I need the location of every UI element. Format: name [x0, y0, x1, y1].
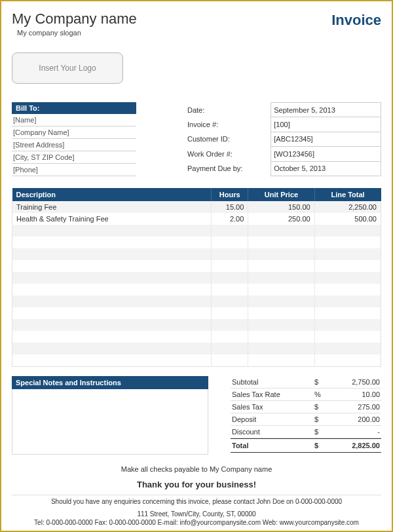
- table-row[interactable]: Training Fee15.00150.002,250.00: [12, 201, 381, 213]
- cell-hours[interactable]: [212, 343, 248, 354]
- col-unit-price: Unit Price: [248, 188, 314, 201]
- cell-hours[interactable]: [212, 331, 248, 343]
- cell-hours[interactable]: [212, 237, 248, 248]
- cell-description[interactable]: [12, 343, 212, 354]
- meta-label-workorder: Work Order #:: [185, 147, 271, 161]
- cell-line-total[interactable]: [314, 307, 381, 319]
- totals-row: Discount$-: [231, 426, 381, 438]
- cell-line-total[interactable]: 500.00: [314, 213, 381, 225]
- table-row[interactable]: [12, 319, 381, 331]
- cell-line-total[interactable]: [314, 237, 381, 248]
- meta-value-workorder[interactable]: [WO123456]: [271, 147, 381, 161]
- cell-hours[interactable]: [212, 307, 248, 319]
- cell-description[interactable]: [12, 284, 212, 295]
- table-row[interactable]: [12, 307, 381, 319]
- cell-description[interactable]: [12, 237, 212, 248]
- cell-hours[interactable]: [212, 272, 248, 284]
- cell-unit-price[interactable]: [248, 237, 314, 248]
- table-row[interactable]: [12, 237, 381, 248]
- cell-description[interactable]: [12, 225, 212, 237]
- payable-line: Make all checks payable to My Company na…: [12, 465, 381, 473]
- cell-unit-price[interactable]: [248, 284, 314, 295]
- grand-total-symbol: $: [314, 442, 328, 449]
- meta-value-customer[interactable]: [ABC12345]: [271, 132, 381, 146]
- cell-description[interactable]: [12, 295, 212, 307]
- bill-to-header: Bill To:: [12, 102, 136, 114]
- cell-line-total[interactable]: [314, 225, 381, 237]
- bill-to-name[interactable]: [Name]: [12, 114, 136, 126]
- table-row[interactable]: [12, 248, 381, 260]
- table-row[interactable]: Health & Safety Training Fee2.00250.0050…: [12, 213, 381, 225]
- bill-to-company[interactable]: [Company Name]: [12, 126, 136, 139]
- cell-hours[interactable]: 15.00: [212, 201, 248, 213]
- meta-value-due[interactable]: October 5, 2013: [271, 161, 381, 176]
- cell-line-total[interactable]: [314, 319, 381, 331]
- cell-line-total[interactable]: [314, 295, 381, 307]
- table-row[interactable]: [12, 295, 381, 307]
- notes-block: Special Notes and Instructions: [12, 376, 208, 455]
- cell-description[interactable]: Training Fee: [12, 201, 212, 213]
- cell-description[interactable]: Health & Safety Training Fee: [12, 213, 212, 225]
- totals-symbol: $: [314, 415, 328, 423]
- cell-unit-price[interactable]: [248, 307, 314, 319]
- cell-unit-price[interactable]: [248, 272, 314, 284]
- table-row[interactable]: [12, 343, 381, 354]
- grand-total-value: 2,825.00: [328, 442, 380, 449]
- cell-unit-price[interactable]: 250.00: [248, 213, 314, 225]
- cell-unit-price[interactable]: [248, 225, 314, 237]
- cell-description[interactable]: [12, 319, 212, 331]
- table-row[interactable]: [12, 284, 381, 295]
- cell-description[interactable]: [12, 248, 212, 260]
- cell-description[interactable]: [12, 331, 212, 343]
- cell-unit-price[interactable]: [248, 260, 314, 272]
- meta-value-date[interactable]: September 5, 2013: [271, 103, 381, 117]
- grand-total-row: Total $ 2,825.00: [231, 438, 381, 453]
- company-name: My Company name: [12, 10, 381, 28]
- header: My Company name My company slogan Invoic…: [12, 10, 381, 43]
- table-row[interactable]: [12, 225, 381, 237]
- cell-unit-price[interactable]: [248, 319, 314, 331]
- contact-address: 111 Street, Town/City, County, ST, 00000: [12, 510, 381, 518]
- bill-to-street[interactable]: [Street Address]: [12, 139, 136, 151]
- cell-hours[interactable]: 2.00: [212, 213, 248, 225]
- cell-line-total[interactable]: [314, 272, 381, 284]
- bill-to-city[interactable]: [City, ST ZIP Code]: [12, 151, 136, 164]
- cell-unit-price[interactable]: [248, 295, 314, 307]
- cell-line-total[interactable]: [314, 331, 381, 343]
- table-row[interactable]: [12, 260, 381, 272]
- company-slogan: My company slogan: [17, 29, 381, 37]
- col-line-total: Line Total: [314, 188, 381, 201]
- cell-line-total[interactable]: [314, 260, 381, 272]
- table-row[interactable]: [12, 354, 381, 366]
- cell-line-total[interactable]: [314, 248, 381, 260]
- cell-line-total[interactable]: 2,250.00: [314, 201, 381, 213]
- cell-line-total[interactable]: [314, 284, 381, 295]
- cell-hours[interactable]: [212, 248, 248, 260]
- logo-placeholder[interactable]: Insert Your Logo: [12, 52, 123, 84]
- cell-line-total[interactable]: [314, 354, 381, 366]
- cell-hours[interactable]: [212, 260, 248, 272]
- cell-line-total[interactable]: [314, 343, 381, 354]
- totals-value: 2,750.00: [328, 378, 380, 386]
- cell-unit-price[interactable]: 150.00: [248, 201, 314, 213]
- cell-unit-price[interactable]: [248, 343, 314, 354]
- cell-hours[interactable]: [212, 319, 248, 331]
- bill-to-phone[interactable]: [Phone]: [12, 164, 136, 176]
- cell-hours[interactable]: [212, 295, 248, 307]
- cell-hours[interactable]: [212, 354, 248, 366]
- table-row[interactable]: [12, 331, 381, 343]
- invoice-meta: Date:September 5, 2013 Invoice #:[100] C…: [185, 102, 381, 176]
- cell-unit-price[interactable]: [248, 331, 314, 343]
- cell-unit-price[interactable]: [248, 248, 314, 260]
- cell-description[interactable]: [12, 260, 212, 272]
- cell-unit-price[interactable]: [248, 354, 314, 366]
- cell-description[interactable]: [12, 354, 212, 366]
- cell-description[interactable]: [12, 307, 212, 319]
- cell-description[interactable]: [12, 272, 212, 284]
- table-row[interactable]: [12, 272, 381, 284]
- bill-to-block: Bill To: [Name] [Company Name] [Street A…: [12, 102, 136, 176]
- cell-hours[interactable]: [212, 225, 248, 237]
- meta-value-invoice[interactable]: [100]: [271, 117, 381, 132]
- cell-hours[interactable]: [212, 284, 248, 295]
- notes-body[interactable]: [12, 389, 208, 455]
